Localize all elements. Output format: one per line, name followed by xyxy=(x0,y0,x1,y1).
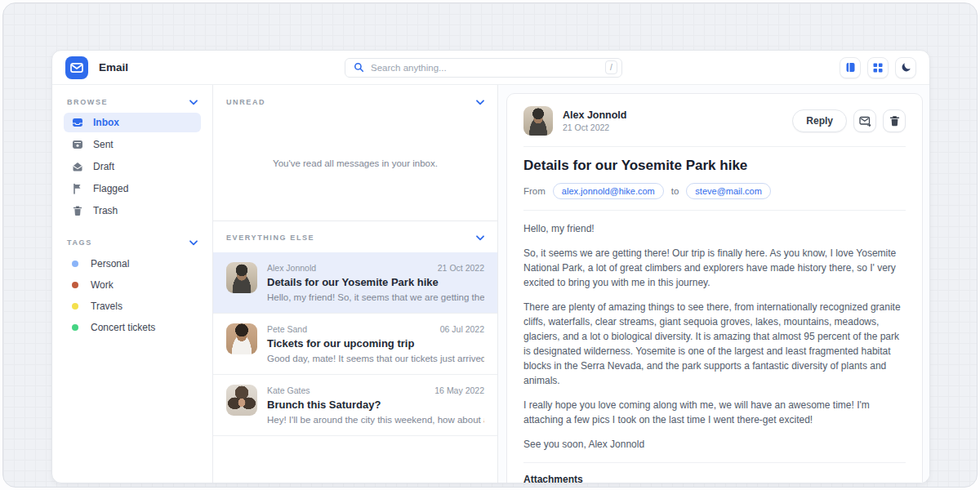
sidebar-item-inbox[interactable]: Inbox xyxy=(64,113,201,132)
email-preview: Hey! I'll be around the city this weeken… xyxy=(267,415,484,425)
tags-section-header: TAGS xyxy=(64,238,201,247)
apps-grid-button[interactable] xyxy=(867,57,889,78)
sidebar: BROWSE Inbox xyxy=(52,85,212,483)
email-logo-icon xyxy=(65,56,88,79)
sender-avatar xyxy=(523,106,553,136)
to-email-chip[interactable]: steve@mail.com xyxy=(686,183,770,199)
tag-color-dot xyxy=(72,261,78,267)
forward-email-button[interactable] xyxy=(853,109,876,132)
sender-avatar xyxy=(226,262,257,293)
sidebar-item-trash[interactable]: Trash xyxy=(64,201,201,220)
browse-label: BROWSE xyxy=(67,98,108,106)
tag-item-work[interactable]: Work xyxy=(64,274,201,296)
reply-button[interactable]: Reply xyxy=(792,109,847,132)
top-actions xyxy=(840,57,916,78)
body-paragraph: I really hope you love coming along with… xyxy=(523,398,906,427)
tag-item-concert-tickets[interactable]: Concert tickets xyxy=(64,317,201,338)
attachments-label: Attachments xyxy=(523,474,906,483)
everything-else-label: EVERYTHING ELSE xyxy=(226,234,314,242)
detail-sender-name: Alex Jonnold xyxy=(563,109,626,121)
tag-item-personal[interactable]: Personal xyxy=(64,253,201,274)
chevron-down-icon[interactable] xyxy=(189,240,198,246)
email-date: 06 Jul 2022 xyxy=(440,324,484,334)
email-subject: Tickets for our upcoming trip xyxy=(267,337,484,350)
from-email-chip[interactable]: alex.jonnold@hike.com xyxy=(553,183,664,199)
email-date: 21 Oct 2022 xyxy=(438,263,484,273)
everything-else-section: EVERYTHING ELSE Alex Jonnold 21 Oct 2022 xyxy=(213,220,497,436)
dark-mode-toggle[interactable] xyxy=(895,57,916,78)
tags-label: TAGS xyxy=(67,238,92,247)
divider xyxy=(523,146,906,147)
email-subject: Details for our Yosemite Park hike xyxy=(267,276,484,288)
chevron-down-icon[interactable] xyxy=(476,235,484,241)
tag-color-dot xyxy=(72,303,78,310)
email-sender: Kate Gates xyxy=(267,385,310,395)
email-preview: Hello, my friend! So, it seems that we a… xyxy=(267,292,484,302)
body-paragraph: Hello, my friend! xyxy=(523,221,906,236)
apps-grid-icon xyxy=(873,63,883,73)
email-list-item[interactable]: Alex Jonnold 21 Oct 2022 Details for our… xyxy=(213,252,497,314)
email-preview: Good day, mate! It seems that our ticket… xyxy=(267,354,484,363)
sender-avatar xyxy=(226,385,257,416)
everything-else-header: EVERYTHING ELSE xyxy=(213,234,497,242)
unread-label: UNREAD xyxy=(226,98,265,106)
email-list-item[interactable]: Pete Sand 06 Jul 2022 Tickets for our up… xyxy=(213,314,497,375)
divider xyxy=(523,462,906,463)
desktop-background: Email Search anything... / xyxy=(2,2,978,488)
body-paragraph: So, it seems we are getting there! Our t… xyxy=(523,246,906,290)
email-sender: Alex Jonnold xyxy=(267,263,316,273)
notebook-button[interactable] xyxy=(840,57,861,78)
to-label: to xyxy=(671,186,679,196)
search-input[interactable]: Search anything... / xyxy=(345,58,622,78)
top-bar: Email Search anything... / xyxy=(52,51,929,85)
search-placeholder: Search anything... xyxy=(371,63,599,73)
divider xyxy=(523,210,906,211)
sidebar-item-sent[interactable]: Sent xyxy=(64,135,201,154)
brand: Email xyxy=(65,56,128,79)
app-title: Email xyxy=(99,61,128,74)
delete-email-button[interactable] xyxy=(883,109,906,132)
sidebar-item-draft[interactable]: Draft xyxy=(64,157,201,176)
sidebar-item-flagged[interactable]: Flagged xyxy=(64,179,201,198)
email-detail-card: Alex Jonnold 21 Oct 2022 Reply xyxy=(506,93,923,483)
email-list-item[interactable]: Kate Gates 16 May 2022 Brunch this Satur… xyxy=(213,375,497,436)
browse-nav: Inbox Sent Draft xyxy=(64,113,201,220)
email-body: Hello, my friend! So, it seems we are ge… xyxy=(523,221,906,452)
search-icon xyxy=(354,62,364,73)
unread-section-header: UNREAD xyxy=(213,98,497,106)
trash-icon xyxy=(889,115,900,127)
tag-label: Travels xyxy=(91,301,122,312)
email-summary: Pete Sand 06 Jul 2022 Tickets for our up… xyxy=(267,323,484,363)
body-paragraph: There are plenty of amazing things to se… xyxy=(523,300,906,388)
email-subject: Brunch this Saturday? xyxy=(267,399,484,411)
chevron-down-icon[interactable] xyxy=(189,100,198,105)
sidebar-item-label: Flagged xyxy=(93,183,128,194)
sidebar-item-label: Draft xyxy=(93,161,114,172)
sidebar-item-label: Trash xyxy=(93,205,118,216)
detail-actions: Reply xyxy=(792,109,906,132)
tag-color-dot xyxy=(72,282,78,288)
email-detail-column: Alex Jonnold 21 Oct 2022 Reply xyxy=(498,85,929,483)
moon-icon xyxy=(901,62,911,73)
body-paragraph: See you soon, Alex Jonnold xyxy=(523,437,906,452)
from-label: From xyxy=(523,186,546,196)
search-shortcut-badge: / xyxy=(605,60,617,74)
sidebar-item-label: Inbox xyxy=(93,117,119,128)
flag-icon xyxy=(72,183,83,194)
draft-envelope-icon xyxy=(72,161,83,172)
tag-label: Concert tickets xyxy=(91,322,155,333)
email-summary: Kate Gates 16 May 2022 Brunch this Satur… xyxy=(267,385,484,425)
notebook-icon xyxy=(845,62,856,73)
email-app-window: Email Search anything... / xyxy=(51,50,930,483)
browse-section-header: BROWSE xyxy=(64,98,201,106)
tag-label: Work xyxy=(91,279,114,291)
chevron-down-icon[interactable] xyxy=(476,100,484,105)
detail-subject: Details for our Yosemite Park hike xyxy=(523,158,906,174)
tag-item-travels[interactable]: Travels xyxy=(64,296,201,317)
email-date: 16 May 2022 xyxy=(434,385,484,395)
detail-date: 21 Oct 2022 xyxy=(563,122,626,132)
trash-icon xyxy=(72,205,83,216)
message-list-column: UNREAD You've read all messages in your … xyxy=(212,85,498,483)
sender-avatar xyxy=(226,323,257,354)
envelope-forward-icon xyxy=(859,116,871,127)
